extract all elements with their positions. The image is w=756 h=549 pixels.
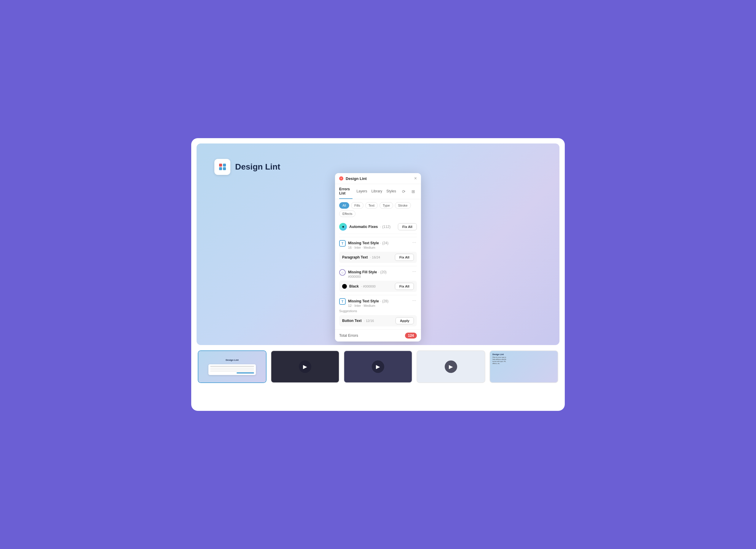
error-group-sub-3: 12 · Inter · Medium <box>348 304 412 307</box>
filter-type[interactable]: Type <box>379 202 393 209</box>
window-close-button[interactable]: × <box>339 176 343 181</box>
error-group-title-2: Missing Fill Style <box>348 270 377 274</box>
error-group-info-3: Missing Text Style · (28) 12 · Inter · M… <box>348 298 412 307</box>
plugin-body: ✦ Automatic Fixes · (112) Fix All T Miss… <box>335 220 421 329</box>
error-group-header-3: T Missing Text Style · (28) 12 · Inter ·… <box>339 298 417 307</box>
play-icon-3: ▶ <box>372 360 384 373</box>
plugin-window: × Design Lint × Errors List Layers Libra… <box>335 173 421 341</box>
thumb-mini-btn <box>237 372 254 374</box>
apply-button[interactable]: Apply <box>395 317 414 324</box>
suggestions-label: Suggestions <box>339 309 417 313</box>
auto-fixes-icon: ✦ <box>339 223 347 231</box>
tab-errors-list[interactable]: Errors List <box>339 184 353 199</box>
error-group-title-3: Missing Text Style <box>348 299 379 303</box>
error-item-left-2: Black · #000000 <box>342 284 376 289</box>
error-item-progress-1: · 16/24 <box>370 256 380 259</box>
total-errors-row: Total Errors 124 <box>335 329 421 341</box>
error-group-header-1: T Missing Text Style · (24) 16 · Inter ·… <box>339 240 417 249</box>
play-icon-2: ▶ <box>299 360 311 373</box>
error-group-info-1: Missing Text Style · (24) 16 · Inter · M… <box>348 240 412 249</box>
error-group-fill-20: ○ Missing Fill Style · (20) #000000 ··· … <box>339 266 417 292</box>
filter-fills[interactable]: Fills <box>351 202 363 209</box>
auto-fixes-fix-all-button[interactable]: Fix All <box>398 223 417 230</box>
error-group-text-28: T Missing Text Style · (28) 12 · Inter ·… <box>339 295 417 326</box>
error-item-black: Black · #000000 Fix All <box>339 281 417 292</box>
error-item-value-2: · #000000 <box>361 285 376 288</box>
color-swatch-black <box>342 284 347 289</box>
settings-icon[interactable]: ⊞ <box>410 188 417 195</box>
thumb-mini-line-1 <box>210 368 254 369</box>
thumbnail-1[interactable]: Design Lint <box>198 350 267 383</box>
error-group-sub-1: 16 · Inter · Medium <box>348 246 412 249</box>
thumb-mini-line-2 <box>210 369 254 370</box>
auto-fixes-label: Automatic Fixes <box>349 225 378 229</box>
thumb-1-title: Design Lint <box>226 359 239 361</box>
error-group-sub-2: #000000 <box>348 275 412 278</box>
more-icon-3[interactable]: ··· <box>412 298 417 303</box>
error-item-left-3: Button Text · 12/16 <box>342 319 374 323</box>
tab-library[interactable]: Library <box>371 186 382 197</box>
thumb-5-title: Design Lint <box>492 353 504 355</box>
error-item-button-text: Button Text · 12/16 Apply <box>339 315 417 326</box>
plugin-nav: Errors List Layers Library Styles ⟳ ⊞ <box>335 184 421 199</box>
play-icon-4: ▶ <box>445 360 457 373</box>
tab-styles[interactable]: Styles <box>386 186 396 197</box>
total-errors-badge: 124 <box>405 333 417 339</box>
close-icon[interactable]: × <box>414 176 417 181</box>
auto-fixes-count: · (112) <box>380 225 391 229</box>
icon-dot-red <box>219 164 222 167</box>
error-group-text-24: T Missing Text Style · (24) 16 · Inter ·… <box>339 237 417 263</box>
error-item-left-1: Paragraph Text · 16/24 <box>342 255 380 259</box>
plugin-titlebar: × Design Lint × <box>335 173 421 184</box>
tab-layers[interactable]: Layers <box>357 186 367 197</box>
error-group-header-2: ○ Missing Fill Style · (20) #000000 ··· <box>339 269 417 278</box>
icon-dot-blue <box>223 164 226 167</box>
thumb-1-bg: Design Lint <box>198 351 266 382</box>
app-icon <box>214 159 230 175</box>
more-icon-1[interactable]: ··· <box>412 240 417 245</box>
error-item-name-1: Paragraph Text <box>342 255 368 259</box>
text-style-icon-3: T <box>339 298 346 305</box>
total-errors-label: Total Errors <box>339 333 358 338</box>
error-item-name-2: Black <box>349 284 359 288</box>
icon-dot-check1 <box>219 167 222 170</box>
error-item-paragraph: Paragraph Text · 16/24 Fix All <box>339 252 417 263</box>
error-group-title-1: Missing Text Style <box>348 241 379 245</box>
outer-card: Design Lint × Design Lint × Errors List … <box>191 138 565 411</box>
error-group-info-2: Missing Fill Style · (20) #000000 <box>348 269 412 278</box>
filter-stroke[interactable]: Stroke <box>395 202 411 209</box>
filter-text[interactable]: Text <box>365 202 378 209</box>
thumbnail-5[interactable]: Design Lint Filter by error type tohelp … <box>489 350 558 383</box>
titlebar-left: × Design Lint <box>339 176 367 181</box>
thumbnail-4[interactable]: ▶ <box>417 350 485 383</box>
app-title: Design Lint <box>235 162 280 172</box>
error-group-count-2: · (20) <box>378 270 387 274</box>
filter-row: All Fills Text Type Stroke Effects <box>335 199 421 220</box>
thumb-mini-line-3 <box>210 371 254 372</box>
nav-icons: ⟳ ⊞ <box>400 188 417 195</box>
refresh-icon[interactable]: ⟳ <box>400 188 407 195</box>
app-header: Design Lint <box>214 159 280 175</box>
error-group-count-3: · (28) <box>380 299 388 303</box>
plugin-title: Design Lint <box>346 176 367 181</box>
fix-all-button-2[interactable]: Fix All <box>395 283 414 290</box>
fill-style-icon-2: ○ <box>339 269 346 276</box>
text-style-icon-1: T <box>339 240 346 247</box>
thumb-5-text: Filter by error type tohelp address spec… <box>492 356 506 365</box>
thumb-mini-bar <box>210 366 254 367</box>
thumb-5-bg: Design Lint Filter by error type tohelp … <box>490 351 558 382</box>
thumbnail-3[interactable]: ▶ <box>344 350 412 383</box>
auto-fixes-row: ✦ Automatic Fixes · (112) Fix All <box>339 220 417 234</box>
auto-fixes-left: ✦ Automatic Fixes · (112) <box>339 223 390 231</box>
thumbnail-2[interactable]: ▶ <box>271 350 339 383</box>
filter-effects[interactable]: Effects <box>339 210 355 217</box>
thumbnails-row: Design Lint ▶ ▶ ▶ <box>197 350 559 383</box>
filter-all[interactable]: All <box>339 202 349 209</box>
more-icon-2[interactable]: ··· <box>412 269 417 274</box>
fix-all-button-1[interactable]: Fix All <box>395 254 414 261</box>
error-group-count-1: · (24) <box>380 241 388 245</box>
error-item-name-3: Button Text <box>342 319 362 323</box>
thumb-plugin-mini <box>208 364 256 375</box>
icon-dot-check2 <box>223 167 226 170</box>
main-area: Design Lint × Design Lint × Errors List … <box>197 143 559 345</box>
